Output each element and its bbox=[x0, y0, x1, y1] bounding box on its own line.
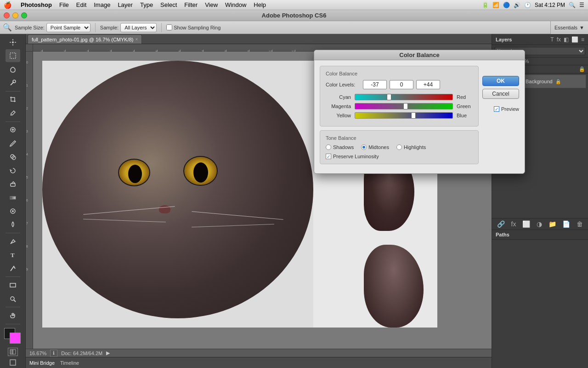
hand-tool[interactable] bbox=[6, 309, 20, 322]
delete-layer-icon[interactable]: 🗑 bbox=[577, 220, 583, 228]
panel-icon-adjust[interactable]: ◧ bbox=[564, 36, 569, 43]
blur-tool[interactable] bbox=[6, 205, 20, 217]
app-name-menu[interactable]: Photoshop bbox=[17, 0, 56, 9]
apple-menu[interactable]: 🍎 bbox=[4, 1, 11, 9]
color-level-3-input[interactable] bbox=[416, 80, 440, 89]
sample-select[interactable]: All Layers bbox=[120, 23, 157, 32]
tab-close-button[interactable]: × bbox=[136, 37, 138, 42]
panel-icon-t[interactable]: T bbox=[550, 36, 554, 43]
color-level-1-input[interactable] bbox=[363, 80, 387, 89]
adjustment-layer-icon[interactable]: ◑ bbox=[537, 220, 542, 228]
magenta-green-thumb[interactable] bbox=[403, 103, 408, 109]
shadows-option[interactable]: Shadows bbox=[326, 144, 354, 150]
magenta-green-slider[interactable] bbox=[355, 103, 453, 109]
selection-tool[interactable] bbox=[6, 49, 20, 62]
ruler-corner bbox=[26, 44, 33, 52]
eyedropper-tool[interactable] bbox=[6, 107, 20, 119]
search-icon[interactable]: 🔍 bbox=[569, 2, 576, 8]
file-menu[interactable]: File bbox=[56, 0, 73, 9]
highlights-radio[interactable] bbox=[396, 144, 402, 150]
panel-icon-fx[interactable]: fx bbox=[557, 36, 561, 43]
window-menu[interactable]: Window bbox=[221, 0, 250, 9]
cancel-button[interactable]: Cancel bbox=[482, 89, 519, 99]
screen-mode-icon[interactable] bbox=[9, 359, 17, 366]
preserve-luminosity-row[interactable]: ✓ Preserve Luminosity bbox=[326, 154, 473, 159]
color-level-2-input[interactable] bbox=[390, 80, 413, 89]
svg-point-16 bbox=[11, 297, 14, 300]
magenta-label: Magenta bbox=[326, 104, 351, 109]
view-menu[interactable]: View bbox=[201, 0, 221, 9]
zoom-tool[interactable] bbox=[6, 293, 20, 305]
select-menu[interactable]: Select bbox=[157, 0, 181, 9]
link-layers-icon[interactable]: 🔗 bbox=[497, 220, 505, 228]
quick-mask-mode[interactable] bbox=[8, 348, 18, 356]
toolbar-separator-1 bbox=[6, 91, 20, 92]
rectangle-tool[interactable] bbox=[6, 279, 20, 291]
type-menu[interactable]: Type bbox=[136, 0, 157, 9]
cyan-red-slider[interactable] bbox=[355, 94, 453, 100]
lasso-tool[interactable] bbox=[6, 63, 20, 75]
image-menu[interactable]: Image bbox=[90, 0, 114, 9]
panel-collapse-icon[interactable]: ≡ bbox=[581, 36, 584, 43]
yellow-label: Yellow bbox=[326, 113, 351, 118]
magic-wand-tool[interactable] bbox=[6, 76, 20, 89]
quick-info-icon[interactable]: ℹ bbox=[50, 350, 57, 357]
new-group-icon[interactable]: 📁 bbox=[548, 220, 556, 228]
document-tabs: full_pattern_photo-01.jpg @ 16.7% (CMYK/… bbox=[26, 34, 492, 44]
ok-button[interactable]: OK bbox=[482, 76, 519, 86]
text-tool[interactable]: T bbox=[6, 249, 20, 261]
panel-icon-mask[interactable]: ⬜ bbox=[571, 36, 578, 43]
brush-tool[interactable] bbox=[6, 137, 20, 150]
maximize-button[interactable] bbox=[21, 12, 27, 18]
color-selector[interactable] bbox=[4, 328, 22, 345]
essentials-button[interactable]: Essentials ▼ bbox=[550, 21, 588, 34]
document-tab[interactable]: full_pattern_photo-01.jpg @ 16.7% (CMYK/… bbox=[28, 34, 142, 44]
preview-checkbox[interactable]: ✓ bbox=[494, 106, 499, 112]
shadows-radio[interactable] bbox=[326, 144, 331, 150]
eraser-tool[interactable] bbox=[6, 178, 20, 190]
help-menu[interactable]: Help bbox=[250, 0, 270, 9]
layer-name: Background bbox=[526, 79, 553, 84]
preserve-luminosity-checkbox[interactable]: ✓ bbox=[326, 154, 331, 159]
window-title: Adobe Photoshop CS6 bbox=[262, 12, 327, 19]
close-button[interactable] bbox=[4, 12, 10, 18]
minimize-button[interactable] bbox=[12, 12, 18, 18]
filter-menu[interactable]: Filter bbox=[181, 0, 201, 9]
yellow-blue-slider[interactable] bbox=[355, 112, 453, 119]
pen-tool[interactable] bbox=[6, 235, 20, 247]
sample-size-select[interactable]: Point Sample bbox=[46, 23, 90, 32]
history-brush-tool[interactable] bbox=[6, 164, 20, 177]
new-layer-icon[interactable]: 📄 bbox=[562, 220, 570, 228]
window-buttons bbox=[4, 12, 27, 18]
preview-label: Preview bbox=[501, 106, 519, 112]
layers-panel-title: Layers bbox=[496, 37, 512, 42]
midtones-option[interactable]: Midtones bbox=[361, 144, 389, 150]
cyan-red-thumb[interactable] bbox=[387, 94, 391, 100]
layer-menu[interactable]: Layer bbox=[114, 0, 136, 9]
add-mask-icon[interactable]: ⬜ bbox=[522, 220, 530, 228]
burn-tool[interactable] bbox=[6, 218, 20, 231]
midtones-radio[interactable] bbox=[361, 144, 367, 150]
path-selection-tool[interactable] bbox=[6, 262, 20, 275]
crop-tool[interactable] bbox=[6, 93, 20, 106]
gradient-tool[interactable] bbox=[6, 191, 20, 204]
play-button[interactable]: ▶ bbox=[106, 350, 110, 356]
show-sampling-checkbox[interactable] bbox=[166, 24, 172, 30]
yellow-blue-thumb[interactable] bbox=[411, 112, 416, 119]
preview-row[interactable]: ✓ Preview bbox=[494, 106, 519, 112]
show-sampling-checkbox-row[interactable]: Show Sampling Ring bbox=[166, 24, 220, 30]
add-style-icon[interactable]: fx bbox=[511, 220, 516, 228]
yellow-blue-slider-row: Yellow Blue bbox=[326, 112, 473, 119]
svg-point-0 bbox=[12, 41, 14, 43]
heal-tool[interactable] bbox=[6, 124, 20, 136]
menu-extra-icon[interactable]: ☰ bbox=[579, 2, 584, 8]
highlights-option[interactable]: Highlights bbox=[396, 144, 426, 150]
mini-bridge-tab[interactable]: Mini Bridge bbox=[29, 360, 55, 366]
background-color[interactable] bbox=[10, 333, 21, 344]
timeline-tab[interactable]: Timeline bbox=[60, 360, 79, 366]
move-tool[interactable] bbox=[6, 36, 20, 48]
svg-rect-10 bbox=[11, 184, 15, 186]
dialog-buttons: OK Cancel bbox=[482, 76, 519, 99]
edit-menu[interactable]: Edit bbox=[73, 0, 90, 9]
clone-tool[interactable] bbox=[6, 150, 20, 163]
